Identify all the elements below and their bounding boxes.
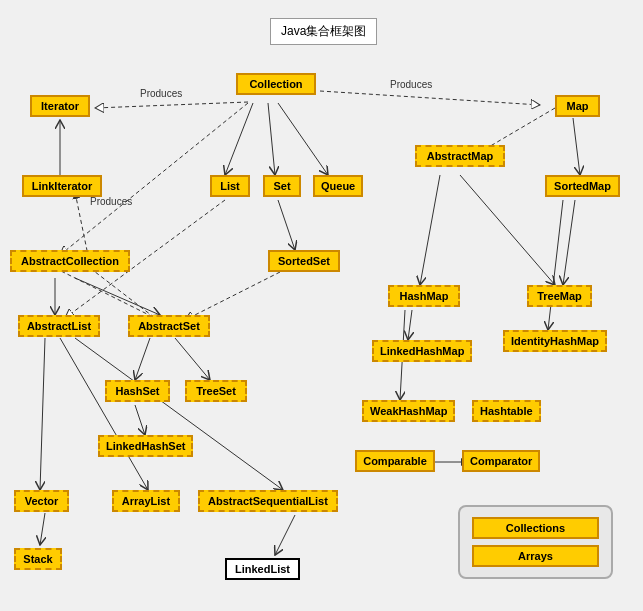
svg-line-22	[175, 338, 210, 380]
list-node: List	[210, 175, 250, 197]
treeset-node: TreeSet	[185, 380, 247, 402]
abstractmap-node: AbstractMap	[415, 145, 505, 167]
treemap-node: TreeMap	[527, 285, 592, 307]
svg-line-5	[225, 103, 253, 175]
svg-line-14	[563, 200, 575, 285]
svg-line-12	[420, 175, 440, 285]
svg-line-0	[95, 102, 248, 108]
legend-box: Collections Arrays	[458, 505, 613, 579]
comparable-node: Comparable	[355, 450, 435, 472]
svg-line-18	[75, 278, 160, 315]
abstractcollection-node: AbstractCollection	[10, 250, 130, 272]
svg-line-25	[40, 338, 45, 490]
diagram: Java集合框架图 Produces Produces Produces	[0, 0, 643, 611]
arrays-legend-node: Arrays	[472, 545, 599, 567]
vector-node: Vector	[14, 490, 69, 512]
arraylist-node: ArrayList	[112, 490, 180, 512]
svg-text:Produces: Produces	[90, 196, 132, 207]
abstractsequentiallist-node: AbstractSequentialList	[198, 490, 338, 512]
svg-line-26	[60, 338, 148, 490]
hashmap-node: HashMap	[388, 285, 460, 307]
sortedset-node: SortedSet	[268, 250, 340, 272]
svg-line-21	[135, 338, 150, 380]
weakhashmap-node: WeakHashMap	[362, 400, 455, 422]
svg-line-29	[275, 515, 295, 555]
svg-line-6	[268, 103, 275, 175]
svg-line-15	[408, 310, 412, 340]
linkedhashmap-node: LinkedHashMap	[372, 340, 472, 362]
svg-text:Produces: Produces	[390, 79, 432, 90]
set-node: Set	[263, 175, 301, 197]
diagram-title: Java集合框架图	[270, 18, 377, 45]
abstractset-node: AbstractSet	[128, 315, 210, 337]
collections-legend-node: Collections	[472, 517, 599, 539]
svg-text:Produces: Produces	[140, 88, 182, 99]
svg-line-20	[185, 272, 280, 320]
sortedmap-node: SortedMap	[545, 175, 620, 197]
svg-line-7	[278, 103, 328, 175]
linkedlist-node: LinkedList	[225, 558, 300, 580]
hashtable-node: Hashtable	[472, 400, 541, 422]
hashset-node: HashSet	[105, 380, 170, 402]
svg-line-32	[548, 200, 563, 330]
svg-line-2	[320, 91, 540, 105]
abstractlist-node: AbstractList	[18, 315, 100, 337]
svg-line-27	[75, 338, 283, 490]
queue-node: Queue	[313, 175, 363, 197]
map-node: Map	[555, 95, 600, 117]
svg-line-28	[40, 513, 45, 545]
svg-line-13	[460, 175, 555, 285]
svg-line-33	[90, 268, 155, 318]
svg-line-34	[55, 268, 155, 318]
iterator-node: Iterator	[30, 95, 90, 117]
stack-node: Stack	[14, 548, 62, 570]
comparator-node: Comparator	[462, 450, 540, 472]
svg-line-10	[573, 118, 580, 175]
identityhashmap-node: IdentityHashMap	[503, 330, 607, 352]
svg-line-23	[135, 405, 145, 435]
collection-node: Collection	[236, 73, 316, 95]
linkiterator-node: LinkIterator	[22, 175, 102, 197]
linkedhashset-node: LinkedHashSet	[98, 435, 193, 457]
svg-line-19	[278, 200, 295, 250]
